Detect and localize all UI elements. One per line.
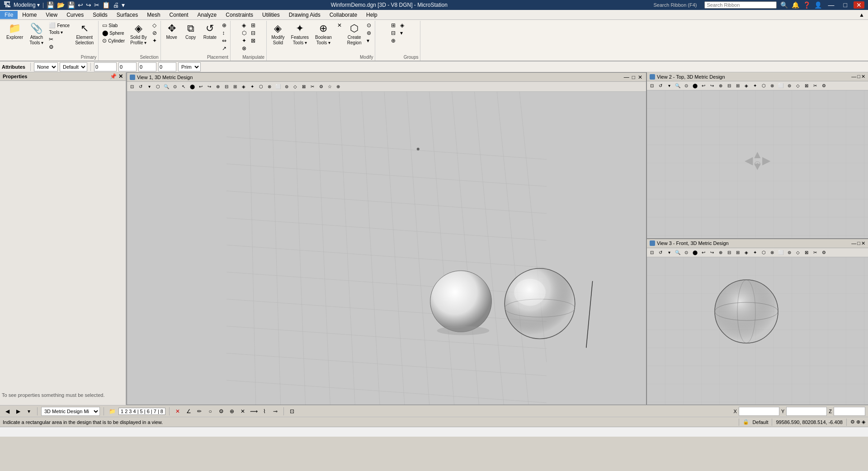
- front-tb-4[interactable]: 🔍: [674, 248, 682, 256]
- view-tb-15[interactable]: ⬡: [257, 83, 265, 91]
- view-tb-11[interactable]: ⊟: [222, 83, 231, 91]
- element-selection-btn[interactable]: ↖ Element Selection: [72, 22, 96, 47]
- snap5-btn[interactable]: ⊸: [271, 407, 280, 416]
- top-tb-14[interactable]: ⬡: [760, 82, 768, 90]
- modify-sub3[interactable]: ▾: [365, 37, 373, 44]
- manip-sub4[interactable]: ↗: [220, 45, 228, 52]
- minimize-btn[interactable]: —: [826, 1, 837, 9]
- top-tb-16[interactable]: ⬜: [777, 82, 785, 90]
- modify-sub1[interactable]: ⊙: [365, 22, 373, 29]
- top-tb-10[interactable]: ⊟: [725, 82, 733, 90]
- front-tb-20[interactable]: ✂: [811, 248, 819, 256]
- selection-sub3[interactable]: ✦: [151, 37, 159, 44]
- menu-drawing-aids[interactable]: Drawing Aids: [284, 11, 325, 19]
- fence-btn[interactable]: ⬜ Fence: [47, 22, 71, 29]
- snap2-btn[interactable]: ✕: [238, 407, 247, 416]
- coord-input-3[interactable]: [138, 62, 156, 71]
- manip-sub1[interactable]: ⊕: [220, 22, 228, 29]
- sphere-btn[interactable]: ⬤ Sphere: [100, 29, 127, 37]
- fence-sub1[interactable]: ✂: [47, 36, 71, 43]
- main-view-min[interactable]: —: [623, 74, 630, 80]
- copy-btn[interactable]: ⧉ Copy: [182, 22, 200, 41]
- menu-solids[interactable]: Solids: [88, 11, 112, 19]
- main-view-close[interactable]: ✕: [637, 74, 643, 80]
- search-ribbon-input[interactable]: [704, 1, 777, 9]
- top-tb-1[interactable]: ⊡: [648, 82, 656, 90]
- manip-a4[interactable]: ⊗: [240, 45, 248, 52]
- groups-sub2[interactable]: ⊟: [389, 29, 397, 37]
- front-tb-7[interactable]: ↩: [699, 248, 708, 256]
- slab-btn[interactable]: ▭ Slab: [100, 22, 127, 29]
- front-tb-5[interactable]: ⊙: [682, 248, 690, 256]
- top-tb-4[interactable]: 🔍: [674, 82, 682, 90]
- close-btn[interactable]: ✕: [854, 1, 864, 9]
- front-tb-6[interactable]: ⬤: [691, 248, 699, 256]
- none-select[interactable]: None: [34, 62, 58, 71]
- manip-a1[interactable]: ◈: [240, 22, 248, 29]
- gear2-btn[interactable]: ⚙: [217, 407, 226, 416]
- view-tb-3[interactable]: ▾: [145, 83, 153, 91]
- view-tb-23[interactable]: ☆: [326, 83, 334, 91]
- front-tb-1[interactable]: ⊡: [648, 248, 656, 256]
- attach-tools-btn[interactable]: 📎 Attach Tools ▾: [27, 22, 46, 47]
- coord-input-4[interactable]: [158, 62, 176, 71]
- notification-icon[interactable]: 🔔: [792, 1, 799, 9]
- view-tb-22[interactable]: ⚙: [317, 83, 325, 91]
- prim-select[interactable]: Prim: [178, 62, 201, 71]
- front-tb-11[interactable]: ⊞: [734, 248, 742, 256]
- create-region-btn[interactable]: ⬡ Create Region: [344, 22, 364, 47]
- menu-content[interactable]: Content: [165, 11, 193, 19]
- manip-a3[interactable]: ✦: [240, 37, 248, 44]
- help-icon[interactable]: ❓: [803, 1, 811, 9]
- x-coord-input[interactable]: 99584.976: [739, 407, 779, 416]
- view-tb-cursor[interactable]: ↖: [179, 83, 188, 91]
- menu-file[interactable]: File: [0, 11, 18, 19]
- viewport-front[interactable]: View 3 - Front, 3D Metric Design — □ ✕ ⊡…: [647, 239, 868, 405]
- front-tb-8[interactable]: ↪: [708, 248, 716, 256]
- z-coord-input[interactable]: -9.256: [834, 407, 865, 416]
- front-tb-21[interactable]: ⚙: [820, 248, 828, 256]
- manip-b3[interactable]: ⊠: [249, 37, 257, 44]
- top-tb-9[interactable]: ⊕: [717, 82, 725, 90]
- manip-sub3[interactable]: ⇔: [220, 37, 228, 44]
- view-tb-20[interactable]: ⊠: [300, 83, 308, 91]
- coord-input-2[interactable]: [118, 62, 137, 71]
- design-mode-select[interactable]: 3D Metric Design Mi: [41, 407, 100, 416]
- modify-sub2[interactable]: ⊚: [365, 29, 373, 37]
- coord-input-1[interactable]: [94, 62, 117, 71]
- manip-b2[interactable]: ⊟: [249, 29, 257, 37]
- view-tb-8[interactable]: ↩: [197, 83, 205, 91]
- viewport-main[interactable]: View 1, 3D Metric Design — □ ✕ ⊡ ↺ ▾ ⬡ 🔍…: [127, 72, 646, 405]
- top-tb-8[interactable]: ↪: [708, 82, 716, 90]
- rotate-btn[interactable]: ↺ Rotate: [201, 22, 219, 41]
- view-tb-5[interactable]: 🔍: [162, 83, 170, 91]
- top-tb-20[interactable]: ✂: [811, 82, 819, 90]
- maximize-btn[interactable]: □: [841, 1, 850, 9]
- view-tb-21[interactable]: ✂: [308, 83, 316, 91]
- search-icon[interactable]: 🔍: [780, 1, 788, 9]
- view-tb-6[interactable]: ⊙: [171, 83, 179, 91]
- menu-analyze[interactable]: Analyze: [193, 11, 222, 19]
- top-tb-5[interactable]: ⊙: [682, 82, 690, 90]
- front-view-close[interactable]: ✕: [861, 240, 865, 246]
- front-tb-13[interactable]: ✦: [751, 248, 759, 256]
- front-tb-14[interactable]: ⬡: [760, 248, 768, 256]
- y-coord-input[interactable]: 80208.671: [786, 407, 827, 416]
- menu-collaborate[interactable]: Collaborate: [325, 11, 362, 19]
- fence-tools-btn[interactable]: Tools ▾: [47, 29, 71, 35]
- front-tb-2[interactable]: ↺: [656, 248, 665, 256]
- fence-sub2[interactable]: ⚙: [47, 43, 71, 51]
- default-select[interactable]: Default: [60, 62, 87, 71]
- boolean-sub[interactable]: ✕: [335, 22, 344, 29]
- view-tb-18[interactable]: ⊚: [283, 83, 291, 91]
- nav-forward-btn[interactable]: ▶: [14, 407, 23, 416]
- manip-b1[interactable]: ⊞: [249, 22, 257, 29]
- front-tb-17[interactable]: ⊚: [785, 248, 793, 256]
- angle-btn[interactable]: ∠: [184, 407, 193, 416]
- menu-surfaces[interactable]: Surfaces: [112, 11, 142, 19]
- manip-a2[interactable]: ⬡: [240, 29, 248, 37]
- groups-sub4[interactable]: ◈: [398, 22, 406, 29]
- front-tb-16[interactable]: ⬜: [777, 248, 785, 256]
- view-tb-1[interactable]: ⊡: [128, 83, 136, 91]
- view-tb-19[interactable]: ◇: [291, 83, 299, 91]
